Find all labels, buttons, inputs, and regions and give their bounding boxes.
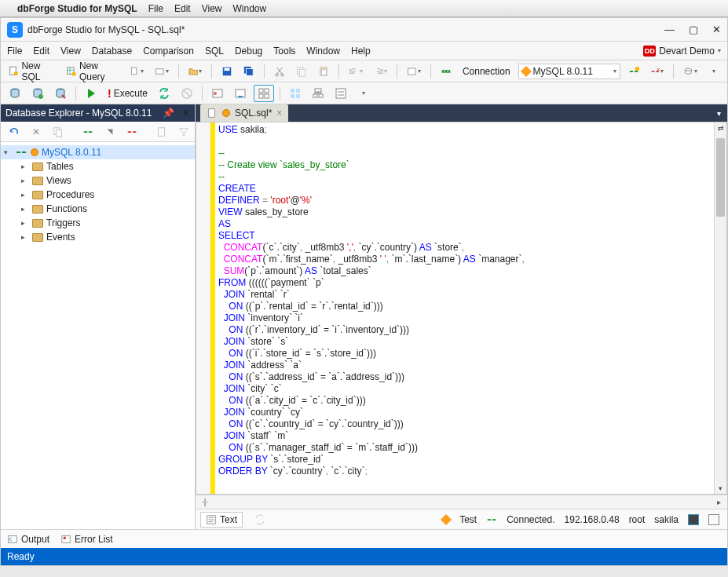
connection-icon: [437, 63, 455, 80]
document-dropdown-button[interactable]: ▾: [126, 63, 147, 80]
tree-node-functions[interactable]: ▸Functions: [1, 202, 195, 216]
status-test: Test: [459, 514, 477, 525]
menu-comparison[interactable]: Comparison: [143, 46, 194, 57]
vertical-scrollbar[interactable]: ⇄ ▾: [714, 122, 726, 494]
save-button[interactable]: [218, 63, 236, 80]
copy-button[interactable]: [293, 63, 310, 80]
view-mode-2-button[interactable]: [708, 514, 719, 525]
undo-button[interactable]: ▾: [346, 63, 366, 80]
chevron-down-icon: ▾: [718, 47, 721, 54]
text-view-button[interactable]: Text: [200, 512, 243, 528]
panel-close-icon[interactable]: ✕: [182, 108, 190, 119]
ed-btn-1[interactable]: [208, 85, 227, 102]
db-btn-3[interactable]: [51, 85, 70, 102]
svg-rect-18: [448, 70, 451, 73]
copy2-button[interactable]: [49, 123, 67, 141]
database-tree[interactable]: ▾MySQL 8.0.11 ▸Tables ▸Views ▸Procedures…: [1, 142, 195, 529]
menu-file[interactable]: File: [7, 46, 22, 57]
sql-editor[interactable]: USE sakila; -- -- Create view `sales_by_…: [196, 122, 727, 495]
tab-close-icon[interactable]: ×: [276, 108, 282, 119]
tree-node-views[interactable]: ▸Views: [1, 173, 195, 188]
svg-rect-5: [156, 68, 164, 73]
tool-dropdown-button[interactable]: ▾: [152, 63, 172, 80]
filter-button[interactable]: [175, 123, 192, 141]
close-icon[interactable]: ✕: [712, 24, 721, 35]
tree-node-tables[interactable]: ▸Tables: [1, 159, 195, 173]
conn-act-2[interactable]: [101, 123, 119, 141]
explorer-toolbar: ✕ ▾: [1, 122, 195, 142]
account-dropdown[interactable]: DD Devart Demo ▾: [643, 46, 721, 57]
maximize-icon[interactable]: ▢: [689, 24, 698, 35]
db-btn-2[interactable]: [28, 85, 47, 102]
error-list-tab[interactable]: Error List: [60, 534, 113, 545]
menu-tools[interactable]: Tools: [273, 46, 295, 57]
mac-menu-window[interactable]: Window: [232, 3, 266, 14]
save-all-button[interactable]: [240, 63, 258, 80]
scroll-split-icon[interactable]: ⇄: [715, 122, 726, 133]
scroll-left-icon[interactable]: ∙|∙: [199, 498, 211, 506]
nav-dropdown-button[interactable]: ▾: [404, 63, 424, 80]
minimize-icon[interactable]: —: [664, 24, 675, 35]
tree-node-triggers[interactable]: ▸Triggers: [1, 216, 195, 230]
menu-debug[interactable]: Debug: [235, 46, 262, 57]
status-user: root: [629, 514, 646, 525]
sync-button[interactable]: [155, 85, 174, 102]
ed-btn-3[interactable]: [254, 85, 274, 102]
code-content[interactable]: USE sakila; -- -- Create view `sales_by_…: [215, 122, 714, 494]
new-query-button[interactable]: New Query: [63, 63, 122, 80]
toolbar2-overflow[interactable]: ▾: [354, 85, 371, 102]
ed-btn-2[interactable]: [231, 85, 250, 102]
server-node[interactable]: ▾MySQL 8.0.11: [1, 145, 195, 159]
qb-btn-1[interactable]: [286, 85, 305, 102]
stop-button[interactable]: [177, 85, 196, 102]
editor-status-bar: Text Test Connected. 192.168.0.48 root s…: [196, 509, 727, 529]
menu-database[interactable]: Database: [92, 46, 132, 57]
script-button[interactable]: [153, 123, 170, 141]
execute-button[interactable]: !Execute: [104, 85, 151, 102]
redo-button[interactable]: ▾: [371, 63, 391, 80]
qb-btn-3[interactable]: [331, 85, 350, 102]
conn-act-1[interactable]: [79, 123, 97, 141]
output-tab[interactable]: Output: [7, 534, 49, 545]
menu-window[interactable]: Window: [306, 46, 340, 57]
tab-overflow-icon[interactable]: ▾: [717, 109, 727, 118]
pin-icon[interactable]: 📌: [163, 108, 174, 119]
scroll-right-icon[interactable]: ▸: [714, 498, 724, 506]
menu-help[interactable]: Help: [351, 46, 371, 57]
svg-rect-30: [265, 89, 269, 93]
delete-button[interactable]: ✕: [27, 123, 45, 141]
new-connection-button[interactable]: [625, 63, 642, 80]
conn-act-3[interactable]: [123, 123, 141, 141]
fold-gutter[interactable]: [196, 122, 210, 494]
qb-btn-2[interactable]: [309, 85, 327, 102]
overflow-button[interactable]: ▾: [705, 63, 723, 80]
sync-view-button[interactable]: [251, 511, 269, 528]
mac-menu-view[interactable]: View: [202, 3, 222, 14]
scroll-thumb[interactable]: [716, 138, 725, 217]
horizontal-scrollbar[interactable]: ∙|∙ ▸: [196, 495, 727, 509]
run-button[interactable]: [82, 85, 101, 102]
refresh-button[interactable]: [5, 123, 23, 141]
scroll-down-icon[interactable]: ▾: [715, 483, 726, 494]
svg-point-27: [214, 92, 217, 95]
db-btn-1[interactable]: [5, 85, 24, 102]
application-window: S dbForge Studio for MySQL - SQL.sql* — …: [0, 17, 728, 566]
tree-node-events[interactable]: ▸Events: [1, 230, 195, 244]
view-mode-1-button[interactable]: [688, 514, 699, 525]
exec-toolbar: !Execute ▾: [1, 82, 727, 104]
new-sql-button[interactable]: New SQL: [5, 63, 58, 80]
menu-edit[interactable]: Edit: [33, 46, 49, 57]
menu-sql[interactable]: SQL: [205, 46, 224, 57]
disconnect-button[interactable]: ▾: [647, 63, 668, 80]
paste-button[interactable]: [315, 63, 332, 80]
cut-button[interactable]: [271, 63, 288, 80]
mac-menu-file[interactable]: File: [148, 3, 163, 14]
mac-menu-edit[interactable]: Edit: [174, 3, 191, 14]
document-tab[interactable]: SQL.sql* ×: [200, 104, 288, 122]
svg-rect-16: [408, 68, 416, 75]
tree-node-procedures[interactable]: ▸Procedures: [1, 188, 195, 202]
search-button[interactable]: ▾: [680, 63, 701, 80]
open-button[interactable]: ▾: [185, 63, 206, 80]
menu-view[interactable]: View: [60, 46, 81, 57]
connection-select[interactable]: MySQL 8.0.11 ▾: [518, 64, 620, 79]
